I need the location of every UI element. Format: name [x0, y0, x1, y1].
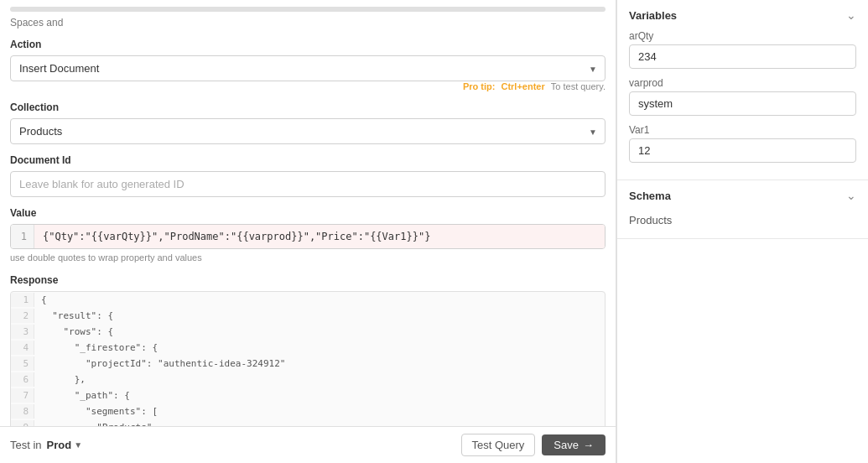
resp-line-number: 9: [11, 420, 34, 426]
variable-item: Var1: [629, 124, 856, 163]
response-line: 8 "segments": [: [11, 403, 605, 419]
value-code-input[interactable]: [34, 225, 605, 248]
resp-line-number: 8: [11, 404, 34, 419]
env-chevron-icon: ▼: [74, 440, 82, 450]
schema-title: Schema: [629, 190, 671, 202]
schema-container: Products: [629, 211, 856, 230]
variables-collapse-icon[interactable]: ⌄: [846, 8, 856, 22]
variable-item: varprod: [629, 77, 856, 116]
pro-tip-row: Pro tip: Ctrl+enter To test query.: [10, 81, 606, 91]
variable-name: arQty: [629, 30, 856, 42]
save-label: Save: [554, 439, 579, 451]
value-line-number: 1: [11, 225, 34, 248]
resp-line-number: 1: [11, 293, 34, 307]
variable-name: varprod: [629, 77, 856, 89]
response-label: Response: [10, 274, 606, 286]
response-line: 6 },: [11, 372, 605, 388]
env-selector[interactable]: Prod ▼: [47, 439, 83, 451]
variable-item: arQty: [629, 30, 856, 69]
resp-line-code: "rows": {: [34, 325, 120, 339]
action-select-wrapper: Insert Document Update Document Delete D…: [10, 55, 606, 81]
resp-line-number: 5: [11, 356, 34, 371]
resp-line-code: "_firestore": {: [34, 341, 164, 355]
right-panel: Variables ⌄ arQty varprod Var1 Schema ⌄ …: [616, 0, 868, 463]
response-line: 2 "result": {: [11, 308, 605, 324]
variable-input[interactable]: [629, 44, 856, 69]
document-id-label: Document Id: [10, 154, 606, 166]
schema-item: Products: [629, 211, 856, 230]
scroll-indicator: [10, 7, 606, 12]
resp-line-code: "Products",: [34, 420, 164, 426]
variable-name: Var1: [629, 124, 856, 136]
variable-input[interactable]: [629, 91, 856, 116]
value-label: Value: [10, 207, 606, 219]
response-box: 1{2 "result": {3 "rows": {4 "_firestore"…: [10, 291, 606, 426]
resp-line-code: "projectId": "authentic-idea-324912": [34, 356, 292, 371]
spaces-label: Spaces and: [10, 17, 606, 29]
response-line: 1{: [11, 292, 605, 308]
resp-line-number: 4: [11, 341, 34, 355]
resp-line-code: },: [34, 372, 92, 387]
collection-select-wrapper: Products Orders Users ▼: [10, 118, 606, 144]
response-line: 5 "projectId": "authentic-idea-324912": [11, 356, 605, 372]
resp-line-code: "_path": {: [34, 388, 137, 403]
left-panel: Spaces and Action Insert Document Update…: [0, 0, 616, 463]
schema-collapse-icon[interactable]: ⌄: [846, 189, 856, 202]
bottom-bar: Test in Prod ▼ Test Query Save →: [0, 426, 616, 463]
resp-line-number: 7: [11, 388, 34, 403]
response-line: 4 "_firestore": {: [11, 340, 605, 356]
resp-line-code: "result": {: [34, 309, 120, 323]
variable-input[interactable]: [629, 138, 856, 163]
response-line: 7 "_path": {: [11, 388, 605, 403]
resp-line-number: 3: [11, 325, 34, 339]
variables-header: Variables ⌄: [629, 8, 856, 22]
test-in-row: Test in Prod ▼: [10, 439, 82, 451]
variables-title: Variables: [629, 9, 677, 22]
resp-line-code: {: [34, 293, 54, 307]
variables-container: arQty varprod Var1: [629, 30, 856, 163]
response-line: 9 "Products",: [11, 419, 605, 426]
collection-select[interactable]: Products Orders Users: [10, 118, 606, 144]
save-button[interactable]: Save →: [542, 434, 606, 455]
pro-tip-text: Pro tip: Ctrl+enter To test query.: [463, 81, 606, 91]
schema-header: Schema ⌄: [629, 189, 856, 202]
value-section: Value 1 use double quotes to wrap proper…: [10, 207, 606, 263]
resp-line-code: "segments": [: [34, 404, 164, 419]
save-arrow-icon: →: [583, 439, 594, 451]
variables-section: Variables ⌄ arQty varprod Var1: [617, 0, 868, 180]
value-code-wrapper: 1: [10, 224, 606, 249]
response-section: Response 1{2 "result": {3 "rows": {4 "_f…: [10, 274, 606, 426]
bottom-actions: Test Query Save →: [461, 434, 606, 456]
pro-tip-shortcut: Ctrl+enter: [501, 81, 544, 91]
pro-tip-prefix: Pro tip:: [463, 81, 496, 91]
response-line: 3 "rows": {: [11, 324, 605, 340]
action-select[interactable]: Insert Document Update Document Delete D…: [10, 55, 606, 81]
env-label: Prod: [47, 439, 72, 451]
resp-line-number: 2: [11, 309, 34, 323]
resp-line-number: 6: [11, 372, 34, 387]
pro-tip-suffix: To test query.: [551, 81, 606, 91]
test-query-button[interactable]: Test Query: [461, 434, 536, 456]
document-id-input[interactable]: [10, 171, 606, 197]
schema-section: Schema ⌄ Products: [617, 180, 868, 239]
test-in-label: Test in: [10, 439, 42, 451]
scroll-area: Spaces and Action Insert Document Update…: [0, 0, 616, 426]
value-hint: use double quotes to wrap property and v…: [10, 252, 606, 263]
action-label: Action: [10, 39, 606, 50]
collection-label: Collection: [10, 101, 606, 113]
